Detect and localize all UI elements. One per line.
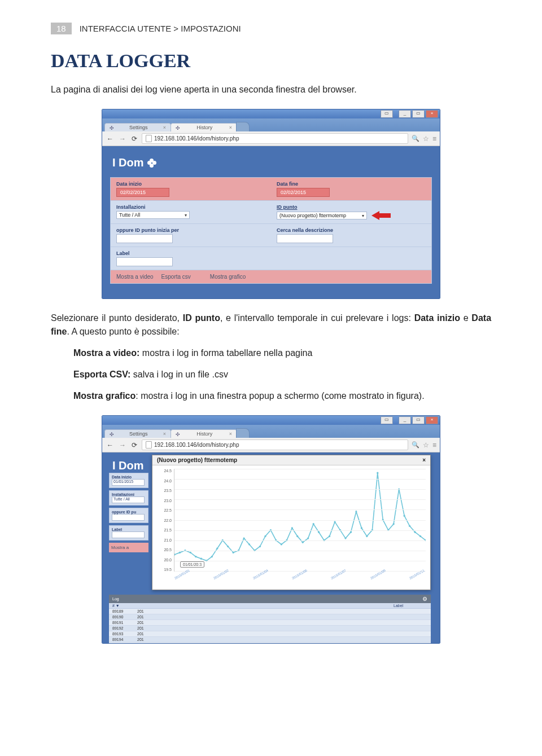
window-secondary-button[interactable]: ▭ [381,416,393,424]
label-input[interactable] [116,257,173,266]
menu-icon[interactable]: ≡ [432,441,436,449]
table-row[interactable]: 89190201 [109,614,431,620]
cerca-label: Cerca nella descrizione [277,227,426,233]
back-button[interactable]: ← [106,442,115,449]
gridline [174,489,426,490]
y-tick: 22.5 [155,508,172,512]
window-maximize-button[interactable]: ▭ [412,416,425,424]
tab-label: Settings [129,431,148,437]
zoom-icon[interactable]: 🔍 [412,441,419,449]
table-row[interactable]: 891952015-01-01 04:13:02Nuovo progettoft… [109,643,431,644]
gridline [174,469,426,469]
reload-button[interactable]: ⟳ [130,135,138,142]
toolbar-right-icons: 🔍 ☆ ≡ [412,135,436,143]
cell-project [205,626,256,630]
table-row[interactable]: 89189201 [109,609,431,614]
gridline [174,499,426,500]
browser-toolbar: ← → ⟳ 192.168.100.146/idom/history.php 🔍… [102,131,440,146]
forward-button[interactable]: → [118,135,127,142]
tab-close-icon[interactable]: × [163,431,166,437]
window-close-button[interactable]: × [426,110,438,118]
browser-tabs: ✣ Settings × ✣ History × [102,425,440,438]
mostra-a-button[interactable]: Mostra a [109,543,148,552]
menu-icon[interactable]: ≡ [432,135,436,143]
window-minimize-button[interactable]: _ [399,110,411,118]
installazioni-select[interactable]: Tutte / All ▾ [116,211,190,219]
url-text: 192.168.100.146/idom/history.php [154,442,239,448]
esporta-csv-button[interactable]: Esporta csv [161,274,191,280]
t: Mostra grafico [73,391,136,401]
chart-point [243,537,244,539]
mostra-grafico-button[interactable]: Mostra grafico [210,274,246,280]
gear-icon: ✣ [110,125,114,130]
cell-project [205,615,256,619]
star-icon[interactable]: ☆ [423,135,429,143]
col-hash[interactable]: # ▼ [112,604,137,608]
window-maximize-button[interactable]: ▭ [412,110,425,118]
tab-close-icon[interactable]: × [229,125,232,130]
gridline [174,479,426,480]
table-row[interactable]: 89193201 [109,631,431,637]
list-item: Mostra a video: mostra i log in forma ta… [73,346,491,360]
tab-close-icon[interactable]: × [229,431,232,437]
table-row[interactable]: 89191201 [109,620,431,626]
id-punto-value: (Nuovo progetto) fttermotemp [279,213,346,218]
chart-point [259,546,261,547]
callout-arrow-icon [371,211,391,220]
x-axis: 2015/01/012015/01/022015/01/042015/01/06… [174,577,426,581]
gear-icon: ✣ [176,432,180,436]
gear-icon: ✣ [110,432,114,436]
popup-close-button[interactable]: × [422,457,426,463]
cell-device [256,626,369,630]
tab-close-icon[interactable]: × [163,125,166,130]
mostra-video-button[interactable]: Mostra a video [116,274,154,280]
cell-ts: 201 [137,615,205,619]
id-per-input[interactable] [116,234,173,243]
forward-button[interactable]: → [118,442,127,449]
label-input[interactable] [112,531,145,538]
url-input[interactable]: 192.168.100.146/idom/history.php [142,133,408,144]
chart-point [334,521,335,522]
cell-value [369,626,391,630]
url-text: 192.168.100.146/idom/history.php [154,135,239,142]
window-close-button[interactable]: × [426,416,438,424]
id-punto-select[interactable]: (Nuovo progetto) fttermotemp ▾ [277,212,367,219]
cerca-input[interactable] [277,234,333,243]
gear-icon[interactable]: ⚙ [422,596,427,602]
new-tab-button[interactable] [236,428,250,438]
table-row[interactable]: 89192201 [109,626,431,631]
action-buttons: Mostra a video Esporta csv Mostra grafic… [111,270,431,283]
data-inizio-input[interactable]: 02/02/2015 [116,188,169,197]
id-per-input[interactable] [112,514,145,521]
cell-value [369,632,391,636]
cell-label [391,643,427,644]
star-icon[interactable]: ☆ [423,441,429,449]
back-button[interactable]: ← [106,135,115,142]
reload-button[interactable]: ⟳ [130,442,138,449]
tab-settings[interactable]: ✣ Settings × [104,123,171,131]
zoom-icon[interactable]: 🔍 [412,135,419,142]
t: Mostra a video: [73,348,139,358]
new-tab-button[interactable] [236,122,250,131]
gridline [174,561,426,561]
data-inizio-input[interactable]: 01/01/2015 [112,479,145,486]
url-input[interactable]: 192.168.100.146/idom/history.php [142,439,408,450]
chart-area: 24.524.023.523.022.522.021.521.020.520.0… [152,465,430,582]
window-minimize-button[interactable]: _ [399,416,411,424]
data-fine-input[interactable]: 02/02/2015 [277,188,330,197]
chart-point [409,525,410,527]
page-header: 18 INTERFACCIA UTENTE > IMPOSTAZIONI [51,23,491,34]
table-row[interactable]: 89194201 [109,637,431,643]
chart-point [227,546,229,547]
id-per-label: oppure ID punto inizia per [116,227,265,233]
tab-settings[interactable]: ✣ Settings × [104,429,171,438]
tab-history[interactable]: ✣ History × [171,429,237,438]
label-label: Label [112,528,146,531]
tab-history[interactable]: ✣ History × [171,123,237,131]
gridline [174,520,426,521]
window-secondary-button[interactable]: ▭ [381,110,393,118]
list-item: Mostra grafico: mostra i log in una fine… [73,389,491,403]
page-icon [146,135,152,142]
y-tick: 24.5 [155,469,172,473]
installazioni-select[interactable]: Tutte / All [112,496,145,503]
